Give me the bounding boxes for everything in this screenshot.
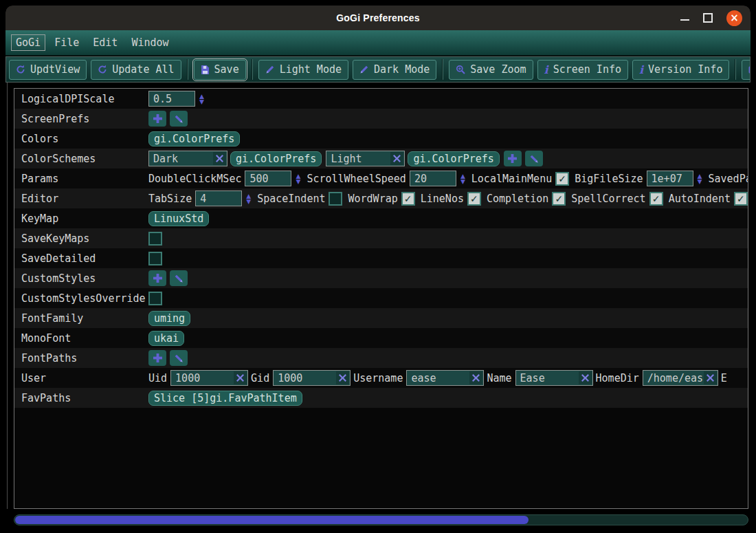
value-button[interactable]: uming <box>148 311 190 326</box>
toolbar: UpdtViewUpdate AllSaveLight ModeDark Mod… <box>5 56 751 83</box>
field-label: BigFileSize <box>575 173 643 185</box>
version-info-button[interactable]: iVersion Info <box>632 60 729 80</box>
update-all-button[interactable]: Update All <box>91 60 181 80</box>
value-button[interactable]: ukai <box>148 331 184 346</box>
field-label: DoubleClickMSec <box>148 173 241 185</box>
value-button[interactable]: gi.ColorPrefs <box>408 151 499 166</box>
form-row: SaveDetailed <box>14 248 748 268</box>
row-label: CustomStyles <box>14 272 148 285</box>
clear-field-button[interactable] <box>704 371 717 384</box>
save-button[interactable]: Save <box>194 60 246 80</box>
x-icon <box>216 153 223 165</box>
maximize-button[interactable] <box>703 13 713 23</box>
minimize-button[interactable] <box>680 19 689 21</box>
edit-ke-button[interactable]: Edit Ke <box>742 60 751 80</box>
scrollbar-thumb[interactable] <box>15 516 529 524</box>
menu-item-window[interactable]: Window <box>126 34 173 51</box>
checkbox[interactable]: ✓ <box>555 172 569 186</box>
field-label: E <box>721 372 727 384</box>
dark-mode-button[interactable]: Dark Mode <box>353 60 436 80</box>
row-label: Editor <box>14 193 148 205</box>
row-cells <box>148 270 748 286</box>
text-field[interactable]: 1000 <box>273 370 351 386</box>
preferences-form: LogicalDPIScale0.5▲▼ScreenPrefsColorsgi.… <box>14 88 748 509</box>
pencil-icon <box>529 154 539 164</box>
plus-icon <box>153 353 163 363</box>
checkbox[interactable]: ✓ <box>734 192 748 206</box>
checkbox[interactable] <box>148 232 162 246</box>
spinner-down-icon[interactable]: ▼ <box>246 199 251 204</box>
toolbar-button-label: Dark Mode <box>374 63 430 76</box>
menu-item-edit[interactable]: Edit <box>88 34 122 51</box>
spinner: ▲▼ <box>246 193 251 204</box>
menu-item-file[interactable]: File <box>49 34 84 51</box>
spinner-down-icon[interactable]: ▼ <box>698 179 702 184</box>
text-field[interactable]: Dark <box>148 151 227 166</box>
menu-item-gogi[interactable]: GoGi <box>11 34 45 51</box>
screen-info-button[interactable]: iScreen Info <box>537 60 628 80</box>
edit-button[interactable] <box>170 270 188 286</box>
row-cells: ukai <box>148 331 748 346</box>
clear-field-button[interactable] <box>234 371 247 384</box>
add-button[interactable] <box>148 350 166 366</box>
text-field[interactable]: 20 <box>410 171 456 186</box>
text-field[interactable]: 500 <box>245 171 291 186</box>
field-label: WordWrap <box>348 193 397 205</box>
text-field[interactable]: Ease <box>515 370 593 386</box>
field-label: HomeDir <box>596 372 639 384</box>
text-field[interactable]: 1e+07 <box>647 171 693 186</box>
updtview-button[interactable]: UpdtView <box>9 60 87 80</box>
toolbar-button-label: UpdtView <box>30 63 80 76</box>
text-field[interactable]: 1000 <box>170 370 248 386</box>
field-label: SavedPa <box>708 173 748 185</box>
save-zoom-button[interactable]: Save Zoom <box>449 60 533 80</box>
checkbox[interactable]: ✓ <box>401 192 415 206</box>
row-label: SaveDetailed <box>14 252 148 265</box>
text-field[interactable]: Light <box>326 151 405 166</box>
field-label: SpellCorrect <box>571 193 645 205</box>
add-button[interactable] <box>504 151 522 166</box>
clear-field-button[interactable] <box>579 371 592 384</box>
clear-field-button[interactable] <box>213 152 226 165</box>
spinner-down-icon[interactable]: ▼ <box>296 179 300 184</box>
light-mode-button[interactable]: Light Mode <box>258 60 348 80</box>
keyboard-icon <box>748 66 751 74</box>
close-button[interactable]: × <box>726 10 742 26</box>
edit-button[interactable] <box>170 111 188 127</box>
x-icon <box>339 372 346 384</box>
text-field[interactable]: ease <box>406 370 484 386</box>
form-row: FavPathsSlice [5]gi.FavPathItem <box>14 388 748 408</box>
clear-field-button[interactable] <box>390 152 403 165</box>
spinner: ▲▼ <box>296 173 300 184</box>
text-field[interactable]: 4 <box>195 191 242 206</box>
edit-button[interactable] <box>170 350 188 366</box>
check-icon: ✓ <box>404 194 412 204</box>
checkbox[interactable] <box>148 252 162 265</box>
checkbox[interactable]: ✓ <box>552 192 566 206</box>
checkbox[interactable]: ✓ <box>649 192 663 206</box>
horizontal-scrollbar[interactable] <box>14 514 748 525</box>
value-button[interactable]: gi.ColorPrefs <box>148 131 240 146</box>
panel-edge-line <box>7 83 8 509</box>
text-field[interactable]: 0.5 <box>148 91 195 107</box>
add-button[interactable] <box>148 270 166 286</box>
field-label: LineNos <box>421 193 464 205</box>
form-row: CustomStyles <box>14 268 748 288</box>
add-button[interactable] <box>148 111 166 127</box>
checkbox[interactable] <box>329 192 342 206</box>
value-button[interactable]: gi.ColorPrefs <box>230 151 322 166</box>
clear-field-button[interactable] <box>336 371 349 384</box>
spinner-down-icon[interactable]: ▼ <box>199 99 204 105</box>
checkbox[interactable]: ✓ <box>467 192 481 206</box>
text-field[interactable]: /home/eas <box>643 370 718 386</box>
edit-button[interactable] <box>525 151 543 166</box>
clear-field-button[interactable] <box>469 371 482 384</box>
checkbox[interactable] <box>148 292 162 305</box>
spinner-down-icon[interactable]: ▼ <box>460 179 465 184</box>
value-button[interactable]: LinuxStd <box>148 211 209 226</box>
value-button[interactable]: Slice [5]gi.FavPathItem <box>148 391 302 406</box>
spinner: ▲▼ <box>460 173 465 184</box>
toolbar-button-label: Save <box>214 63 239 76</box>
check-icon: ✓ <box>470 194 478 204</box>
refresh-icon <box>16 65 25 74</box>
